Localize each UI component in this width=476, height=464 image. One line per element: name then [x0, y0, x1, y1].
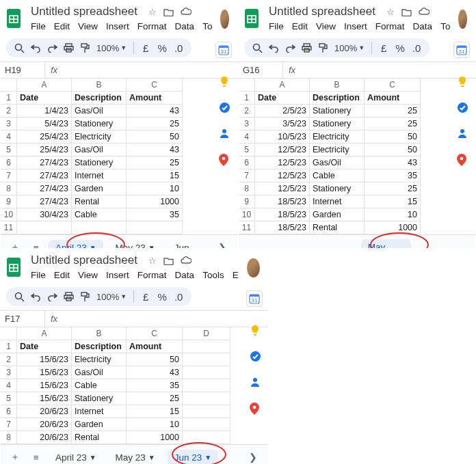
cell[interactable]: Gas/Oil	[72, 366, 127, 379]
cell[interactable]: 35	[365, 169, 421, 182]
maps-icon[interactable]	[457, 154, 469, 166]
menu-data[interactable]: Data	[175, 270, 195, 280]
menu-view[interactable]: View	[316, 21, 336, 31]
redo-icon[interactable]	[46, 42, 58, 54]
cloud-status-icon[interactable]	[419, 8, 429, 16]
cell[interactable]: 12/5/23	[255, 144, 310, 156]
sheets-logo-icon[interactable]	[243, 7, 261, 31]
row-header[interactable]: 9	[1, 195, 17, 208]
cell[interactable]: 10	[127, 418, 183, 431]
cell[interactable]: Electricity	[310, 131, 365, 144]
cell[interactable]: 10	[365, 208, 421, 221]
move-icon[interactable]	[401, 8, 412, 16]
cell[interactable]: Date	[17, 340, 72, 353]
move-icon[interactable]	[163, 8, 174, 16]
cell[interactable]: Rental	[72, 195, 127, 208]
menu-data[interactable]: Data	[175, 21, 195, 31]
keep-icon[interactable]	[219, 76, 231, 88]
cell[interactable]: Cable	[72, 208, 127, 221]
cell[interactable]	[183, 379, 230, 392]
cell[interactable]: 30/4/23	[17, 208, 72, 221]
cell[interactable]: Date	[17, 92, 72, 105]
decimal-icon[interactable]: .0	[172, 42, 185, 54]
cell[interactable]: 18/5/23	[255, 195, 310, 208]
cell[interactable]: 12/5/23	[255, 156, 310, 169]
cell[interactable]: Amount	[127, 92, 183, 105]
cell[interactable]: 25	[365, 182, 421, 195]
cell[interactable]	[183, 366, 230, 379]
menu-file[interactable]: File	[31, 21, 46, 31]
column-header[interactable]: B	[310, 79, 365, 92]
sheet-tab-may[interactable]: May 23▼	[109, 450, 162, 465]
doc-title[interactable]: Untitled spreadsheet	[266, 3, 378, 20]
all-sheets-button[interactable]: ≡	[29, 451, 43, 464]
cell[interactable]: 3/5/23	[255, 118, 310, 131]
cell[interactable]: Internet	[72, 169, 127, 182]
paint-format-icon[interactable]	[317, 42, 329, 54]
cell[interactable]: Gas/Oil	[72, 144, 127, 156]
cell[interactable]: 25	[127, 118, 183, 131]
menu-edit[interactable]: Edit	[54, 21, 70, 31]
spreadsheet-grid[interactable]: ABCD1DateDescriptionAmount215/6/23Electr…	[1, 327, 268, 444]
column-header[interactable]: C	[127, 327, 183, 340]
cell[interactable]: 1000	[127, 195, 183, 208]
row-header[interactable]: 2	[1, 353, 17, 366]
cell[interactable]: 15/6/23	[17, 366, 72, 379]
keep-icon[interactable]	[457, 76, 469, 88]
tab-scroll-right-icon[interactable]: ❯	[451, 244, 470, 249]
currency-icon[interactable]: £	[140, 290, 152, 303]
search-icon[interactable]	[13, 42, 25, 54]
cell[interactable]: 25	[127, 156, 183, 169]
cell[interactable]: 27/4/23	[17, 156, 72, 169]
sheet-tab-april[interactable]: April 23▼	[49, 240, 103, 249]
cell[interactable]: 43	[365, 156, 421, 169]
paint-format-icon[interactable]	[79, 290, 91, 303]
tab-scroll-right-icon[interactable]: ❯	[243, 449, 263, 464]
cell[interactable]: Internet	[310, 195, 365, 208]
menu-data[interactable]: Data	[413, 21, 433, 31]
doc-title[interactable]: Untitled spreadsheet	[28, 252, 140, 269]
tab-scroll-right-icon[interactable]: ❯	[213, 239, 232, 249]
menu-format[interactable]: Format	[137, 21, 167, 31]
tasks-icon[interactable]	[219, 102, 231, 114]
calendar-sidepanel-icon[interactable]: 31	[453, 42, 470, 58]
currency-icon[interactable]: £	[378, 42, 390, 54]
contacts-icon[interactable]	[457, 128, 469, 140]
cloud-status-icon[interactable]	[181, 256, 191, 264]
print-icon[interactable]	[62, 42, 75, 54]
menu-format[interactable]: Format	[375, 21, 405, 31]
menu-edit[interactable]: Edit	[54, 270, 70, 280]
all-sheets-button[interactable]: ≡	[267, 246, 281, 249]
row-header[interactable]: 5	[239, 144, 255, 156]
cell[interactable]: 27/4/23	[17, 182, 72, 195]
column-header[interactable]: B	[72, 327, 127, 340]
cell[interactable]: Garden	[310, 208, 365, 221]
print-icon[interactable]	[300, 42, 313, 54]
row-header[interactable]: 2	[239, 105, 255, 118]
menu-view[interactable]: View	[78, 270, 98, 280]
cell[interactable]: 27/4/23	[17, 195, 72, 208]
cell[interactable]: 15	[127, 405, 183, 418]
row-header[interactable]: 8	[1, 431, 17, 444]
cell[interactable]: Rental	[72, 431, 127, 444]
menu-edit[interactable]: Edit	[292, 21, 308, 31]
cell[interactable]: Internet	[72, 405, 127, 418]
search-icon[interactable]	[13, 290, 25, 303]
row-header[interactable]: 7	[239, 169, 255, 182]
sheet-tab-jun[interactable]: Jun	[168, 240, 196, 249]
row-header[interactable]: 8	[1, 182, 17, 195]
cell[interactable]: Date	[255, 92, 310, 105]
row-header[interactable]: 7	[1, 418, 17, 431]
row-header[interactable]: 10	[1, 208, 17, 221]
cell[interactable]: Stationery	[310, 182, 365, 195]
undo-icon[interactable]	[29, 42, 42, 54]
add-sheet-button[interactable]: ＋	[6, 240, 24, 249]
undo-icon[interactable]	[267, 42, 280, 54]
cell[interactable]: 43	[127, 366, 183, 379]
cell[interactable]	[183, 353, 230, 366]
cell[interactable]	[183, 431, 230, 444]
cell[interactable]: 50	[127, 131, 183, 144]
cell[interactable]: Stationery	[310, 105, 365, 118]
menu-file[interactable]: File	[31, 270, 46, 280]
doc-title[interactable]: Untitled spreadsheet	[28, 3, 140, 20]
